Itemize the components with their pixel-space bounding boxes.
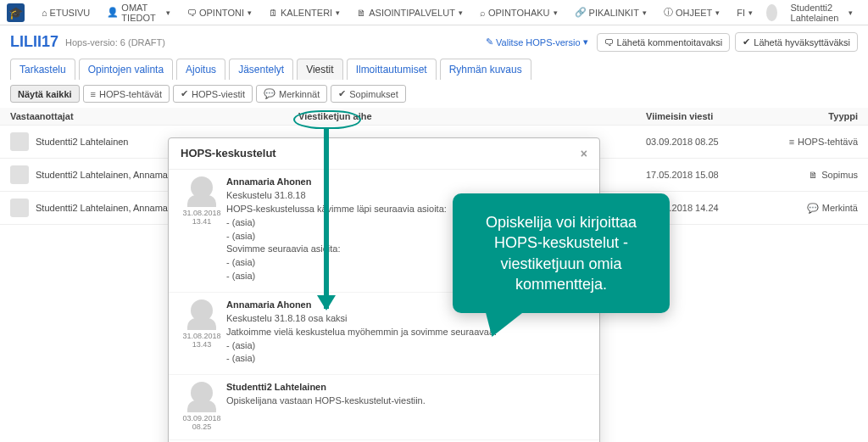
send-approve-button[interactable]: ✔ Lähetä hyväksyttäväksi [735, 32, 858, 52]
col-type: Tyyppi [765, 111, 858, 121]
modal-title: HOPS-keskustelut [181, 147, 276, 160]
filter-merkinnat[interactable]: 💬Merkinnät [256, 85, 327, 103]
tab-viestit[interactable]: Viestit [297, 59, 342, 80]
help-callout: Opiskelija voi kirjoittaa HOPS-keskustel… [453, 193, 670, 313]
tab-ajoitus[interactable]: Ajoitus [176, 59, 225, 80]
page-title: LILII17 [10, 33, 58, 51]
tab-jasentelyt[interactable]: Jäsentelyt [229, 59, 293, 80]
person-icon [191, 382, 213, 404]
title-bar: LILII17 Hops-versio: 6 (DRAFT) ✎ Valitse… [0, 25, 868, 59]
nav-ohjeet[interactable]: ⓘ OHJEET▾ [655, 6, 728, 19]
nav-omat-tiedot[interactable]: 👤 OMAT TIEDOT▾ [98, 3, 179, 23]
message-timestamp: 03.09.2018 08.25 [177, 414, 226, 431]
user-icon: 👤 [107, 7, 119, 18]
nav-pikalinkit[interactable]: 🔗 PIKALINKIT▾ [566, 7, 655, 18]
message-type: ≡ HOPS-tehtävä [765, 137, 858, 147]
message-line: Jatkoimme vielä keskustelua myöhemmin ja… [226, 326, 587, 338]
check-icon: ✔ [181, 88, 188, 99]
filter-hops-tehtavat[interactable]: ≡HOPS-tehtävät [83, 85, 170, 103]
filter-hops-viestit[interactable]: ✔HOPS-viestit [173, 85, 253, 103]
message-author: Studentti2 Lahtelainen [226, 382, 587, 392]
user-menu[interactable]: Studentti2 Lahtelainen▾ [782, 3, 861, 23]
filter-sopimukset[interactable]: ✔Sopimukset [331, 85, 405, 103]
message-line: - (asia) [226, 352, 587, 365]
thread-message: 03.09.2018 08.25 Studentti2 LahtelainenO… [169, 375, 599, 440]
close-icon[interactable]: × [581, 147, 587, 160]
list-icon: ≡ [91, 89, 96, 99]
col-latest: Viimeisin viesti [646, 111, 765, 121]
tab-opintojen-valinta[interactable]: Opintojen valinta [79, 59, 173, 80]
person-icon [191, 299, 213, 322]
comment-icon: 💬 [264, 88, 275, 99]
nav-opintoni[interactable]: 🗨 OPINTONI▾ [179, 8, 260, 18]
latest-date: 17.05.2018 15.08 [646, 170, 765, 180]
col-topic: Viestiketjun aihe [298, 111, 646, 121]
top-navigation: 🎓 ⌂ ETUSIVU 👤 OMAT TIEDOT▾ 🗨 OPINTONI▾ 🗓… [0, 0, 868, 25]
nav-etusivu[interactable]: ⌂ ETUSIVU [33, 8, 98, 18]
user-avatar [766, 4, 776, 21]
avatar [10, 132, 29, 151]
type-icon: 💬 [807, 203, 819, 214]
nav-kalenteri[interactable]: 🗓 KALENTERI▾ [260, 8, 348, 18]
search-icon: ⌕ [480, 8, 486, 18]
filter-row: Näytä kaikki ≡HOPS-tehtävät ✔HOPS-viesti… [0, 80, 868, 108]
latest-date: 03.09.2018 08.25 [646, 137, 765, 147]
link-icon: 🔗 [575, 7, 587, 18]
col-recipients: Vastaanottajat [10, 111, 298, 121]
nav-opintohaku[interactable]: ⌕ OPINTOHAKU▾ [471, 8, 566, 18]
check-icon: ✔ [338, 88, 346, 99]
tab-ryhman-kuvaus[interactable]: Ryhmän kuvaus [440, 59, 531, 80]
logo[interactable]: 🎓 [7, 3, 25, 22]
send-comment-button[interactable]: 🗨 Lähetä kommentoitavaksi [597, 33, 731, 52]
table-header: Vastaanottajat Viestiketjun aihe Viimeis… [0, 108, 868, 126]
speech-icon: 🗨 [187, 8, 197, 18]
type-icon: 🗎 [809, 170, 818, 180]
calendar-icon: 🗓 [269, 8, 278, 18]
message-line: - (asia) [226, 339, 587, 352]
avatar [10, 165, 29, 184]
message-timestamp: 31.08.2018 13.41 [177, 209, 226, 226]
nav-asiointipalvelut[interactable]: 🗎 ASIOINTIPALVELUT▾ [348, 8, 471, 18]
avatar [10, 199, 29, 217]
message-line: Keskustelu 31.8.18 osa kaksi [226, 312, 587, 325]
message-type: 🗎 Sopimus [765, 170, 858, 180]
person-icon [191, 176, 213, 199]
tab-tarkastelu[interactable]: Tarkastelu [10, 59, 75, 80]
filter-all[interactable]: Näytä kaikki [10, 85, 80, 103]
page-subtitle: Hops-versio: 6 (DRAFT) [65, 37, 165, 48]
message-type: 💬 Merkintä [765, 203, 858, 214]
message-author: Annamaria Ahonen [226, 176, 587, 187]
type-icon: ≡ [789, 137, 794, 147]
info-icon: ⓘ [664, 6, 673, 19]
tab-row: Tarkastelu Opintojen valinta Ajoitus Jäs… [0, 59, 868, 80]
doc-icon: 🗎 [357, 8, 366, 18]
message-timestamp: 31.08.2018 13.43 [177, 332, 226, 349]
home-icon: ⌂ [42, 8, 47, 18]
language-selector[interactable]: FI▾ [728, 8, 761, 18]
tab-ilmoittautumiset[interactable]: Ilmoittautumiset [347, 59, 437, 80]
message-line: Opiskelijana vastaan HOPS-keskustelut-vi… [226, 394, 587, 407]
version-selector[interactable]: ✎ Valitse HOPS-versio ▾ [486, 36, 587, 48]
